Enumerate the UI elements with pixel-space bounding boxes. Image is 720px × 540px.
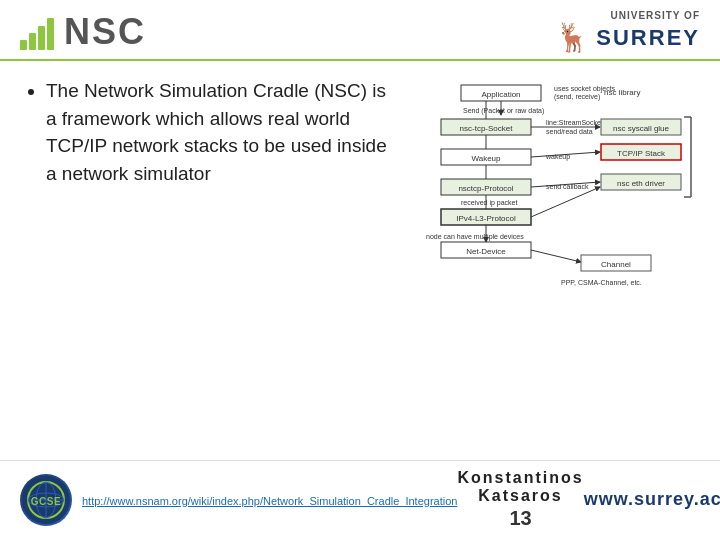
svg-text:Channel: Channel (601, 260, 631, 269)
text-section: The Network Simulation Cradle (NSC) is a… (24, 77, 390, 321)
footer-left: GCSE http://www.nsnam.org/wiki/index.php… (20, 474, 457, 526)
signal-bars-icon (20, 14, 54, 50)
logo-main: 🦌 SURREY (555, 21, 700, 54)
svg-text:send/read data: send/read data (546, 128, 593, 135)
svg-text:node can have multiple devices: node can have multiple devices (426, 233, 524, 241)
svg-text:uses socket objects: uses socket objects (554, 85, 616, 93)
footer-link-container: http://www.nsnam.org/wiki/index.php/Netw… (82, 491, 457, 509)
diagram-container: nsc library Application uses socket obje… (406, 77, 696, 321)
svg-text:Send (Packet or raw data): Send (Packet or raw data) (463, 107, 544, 115)
bullet-item: The Network Simulation Cradle (NSC) is a… (46, 77, 390, 187)
author-name: Konstantinos Katsaros (457, 469, 583, 505)
svg-text:received ip packet: received ip packet (461, 199, 517, 207)
deer-icon: 🦌 (555, 21, 590, 54)
svg-text:Application: Application (481, 90, 520, 99)
bullet-text: The Network Simulation Cradle (NSC) is a… (24, 77, 390, 187)
svg-text:(send, receive): (send, receive) (554, 93, 600, 101)
svg-text:nsc-tcp-Socket: nsc-tcp-Socket (460, 124, 514, 133)
svg-text:nsc syscall glue: nsc syscall glue (613, 124, 670, 133)
gcse-logo-icon: GCSE (20, 474, 72, 526)
bar4 (47, 18, 54, 50)
main-content: The Network Simulation Cradle (NSC) is a… (0, 61, 720, 321)
nsnam-link[interactable]: http://www.nsnam.org/wiki/index.php/Netw… (82, 495, 457, 507)
logo-top-text: UNIVERSITY OF (611, 10, 701, 21)
svg-text:TCP/IP Stack: TCP/IP Stack (617, 149, 666, 158)
footer-middle: Konstantinos Katsaros 13 (457, 469, 583, 530)
svg-text:GCSE: GCSE (31, 496, 61, 507)
svg-text:IPv4-L3-Protocol: IPv4-L3-Protocol (456, 214, 516, 223)
svg-text:nsc eth driver: nsc eth driver (617, 179, 665, 188)
svg-text:nsctcp-Protocol: nsctcp-Protocol (458, 184, 513, 193)
header: NSC UNIVERSITY OF 🦌 SURREY (0, 0, 720, 61)
footer: GCSE http://www.nsnam.org/wiki/index.php… (0, 460, 720, 540)
svg-rect-0 (406, 77, 696, 317)
website-url: www.surrey.ac.uk (584, 489, 720, 510)
svg-text:PPP, CSMA-Channel, etc.: PPP, CSMA-Channel, etc. (561, 279, 642, 286)
page-title: NSC (64, 11, 146, 53)
surrey-logo: UNIVERSITY OF 🦌 SURREY (555, 10, 700, 54)
svg-text:line:StreamSocket,: line:StreamSocket, (546, 119, 605, 126)
bar3 (38, 26, 45, 50)
bar2 (29, 33, 36, 50)
nsc-diagram: nsc library Application uses socket obje… (406, 77, 696, 317)
svg-text:Wakeup: Wakeup (471, 154, 501, 163)
surrey-text: SURREY (596, 25, 700, 51)
header-left: NSC (20, 11, 146, 53)
page-number: 13 (509, 507, 531, 530)
svg-text:Net-Device: Net-Device (466, 247, 506, 256)
bar1 (20, 40, 27, 50)
